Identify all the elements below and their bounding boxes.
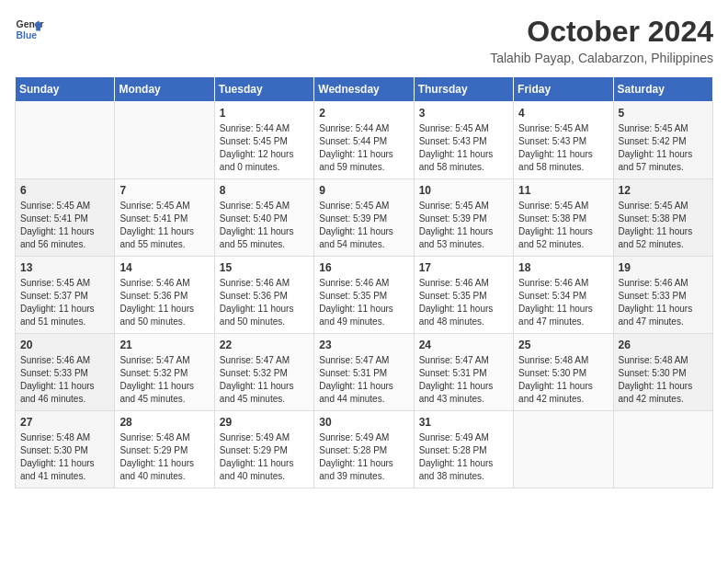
cell-line: Daylight: 11 hours and 54 minutes. (319, 225, 408, 251)
day-number: 28 (119, 416, 209, 429)
cell-line: Sunrise: 5:45 AM (619, 200, 708, 213)
cell-info: Sunrise: 5:47 AMSunset: 5:32 PMDaylight:… (119, 354, 209, 406)
calendar-cell: 3Sunrise: 5:45 AMSunset: 5:43 PMDaylight… (414, 102, 513, 179)
calendar-cell: 15Sunrise: 5:46 AMSunset: 5:36 PMDayligh… (214, 257, 313, 334)
cell-line: Sunrise: 5:46 AM (619, 277, 708, 290)
cell-info: Sunrise: 5:49 AMSunset: 5:29 PMDaylight:… (220, 431, 309, 483)
day-number: 24 (419, 339, 508, 351)
cell-line: Daylight: 11 hours and 55 minutes. (220, 225, 309, 251)
cell-info: Sunrise: 5:46 AMSunset: 5:36 PMDaylight:… (220, 277, 309, 328)
cell-line: Daylight: 11 hours and 49 minutes. (319, 303, 408, 328)
day-number: 25 (518, 339, 608, 351)
calendar-cell: 28Sunrise: 5:48 AMSunset: 5:29 PMDayligh… (115, 411, 214, 488)
calendar-week-row: 27Sunrise: 5:48 AMSunset: 5:30 PMDayligh… (16, 411, 713, 488)
cell-line: Sunset: 5:32 PM (119, 367, 209, 380)
day-number: 29 (220, 416, 309, 429)
cell-line: Sunset: 5:28 PM (419, 444, 508, 457)
cell-info: Sunrise: 5:45 AMSunset: 5:39 PMDaylight:… (419, 200, 508, 251)
cell-line: Sunrise: 5:48 AM (119, 431, 209, 444)
cell-line: Daylight: 11 hours and 59 minutes. (319, 148, 408, 174)
cell-info: Sunrise: 5:45 AMSunset: 5:42 PMDaylight:… (619, 122, 708, 174)
cell-line: Daylight: 11 hours and 42 minutes. (619, 380, 708, 406)
cell-line: Daylight: 11 hours and 47 minutes. (518, 303, 608, 328)
cell-info: Sunrise: 5:44 AMSunset: 5:45 PMDaylight:… (220, 122, 309, 174)
calendar-cell: 23Sunrise: 5:47 AMSunset: 5:31 PMDayligh… (314, 334, 414, 411)
cell-line: Sunrise: 5:47 AM (119, 354, 209, 367)
day-number: 5 (619, 107, 708, 120)
cell-line: Sunset: 5:38 PM (619, 213, 708, 225)
page-header: General Blue October 2024 Talahib Payap,… (15, 15, 713, 65)
day-number: 26 (619, 339, 708, 351)
calendar-week-row: 20Sunrise: 5:46 AMSunset: 5:33 PMDayligh… (16, 334, 713, 411)
cell-line: Sunrise: 5:47 AM (419, 354, 508, 367)
location: Talahib Payap, Calabarzon, Philippines (490, 51, 713, 65)
calendar-cell: 26Sunrise: 5:48 AMSunset: 5:30 PMDayligh… (613, 334, 712, 411)
cell-line: Sunset: 5:32 PM (220, 367, 309, 380)
cell-line: Sunrise: 5:45 AM (619, 122, 708, 135)
cell-line: Sunset: 5:31 PM (319, 367, 408, 380)
day-number: 22 (220, 339, 309, 351)
cell-info: Sunrise: 5:46 AMSunset: 5:34 PMDaylight:… (518, 277, 608, 328)
cell-info: Sunrise: 5:49 AMSunset: 5:28 PMDaylight:… (419, 431, 508, 483)
logo: General Blue (15, 15, 44, 44)
cell-line: Sunrise: 5:46 AM (319, 277, 408, 290)
logo-icon: General Blue (15, 15, 44, 44)
day-number: 17 (419, 261, 508, 274)
calendar-cell: 20Sunrise: 5:46 AMSunset: 5:33 PMDayligh… (16, 334, 115, 411)
cell-line: Sunrise: 5:48 AM (518, 354, 608, 367)
cell-line: Sunrise: 5:44 AM (319, 122, 408, 135)
cell-line: Sunset: 5:44 PM (319, 135, 408, 148)
calendar-cell: 29Sunrise: 5:49 AMSunset: 5:29 PMDayligh… (214, 411, 313, 488)
cell-line: Daylight: 11 hours and 51 minutes. (20, 303, 109, 328)
cell-info: Sunrise: 5:45 AMSunset: 5:41 PMDaylight:… (119, 200, 209, 251)
calendar-cell: 9Sunrise: 5:45 AMSunset: 5:39 PMDaylight… (314, 179, 414, 257)
cell-line: Sunset: 5:36 PM (119, 290, 209, 303)
day-number: 15 (220, 261, 309, 274)
calendar-cell (613, 411, 712, 488)
cell-line: Daylight: 11 hours and 55 minutes. (119, 225, 209, 251)
svg-text:Blue: Blue (17, 30, 38, 40)
cell-line: Sunrise: 5:45 AM (518, 122, 608, 135)
day-number: 14 (119, 261, 209, 274)
cell-line: Sunset: 5:41 PM (119, 213, 209, 225)
day-number: 9 (319, 184, 408, 197)
day-number: 19 (619, 261, 708, 274)
calendar-cell: 22Sunrise: 5:47 AMSunset: 5:32 PMDayligh… (214, 334, 313, 411)
cell-line: Daylight: 11 hours and 45 minutes. (119, 380, 209, 406)
cell-line: Daylight: 11 hours and 50 minutes. (220, 303, 309, 328)
day-number: 27 (20, 416, 109, 429)
cell-info: Sunrise: 5:45 AMSunset: 5:43 PMDaylight:… (419, 122, 508, 174)
cell-line: Sunrise: 5:47 AM (319, 354, 408, 367)
day-number: 3 (419, 107, 508, 120)
cell-info: Sunrise: 5:45 AMSunset: 5:39 PMDaylight:… (319, 200, 408, 251)
cell-info: Sunrise: 5:48 AMSunset: 5:29 PMDaylight:… (119, 431, 209, 483)
cell-line: Sunset: 5:28 PM (319, 444, 408, 457)
cell-info: Sunrise: 5:48 AMSunset: 5:30 PMDaylight:… (619, 354, 708, 406)
cell-line: Sunset: 5:36 PM (220, 290, 309, 303)
cell-info: Sunrise: 5:48 AMSunset: 5:30 PMDaylight:… (518, 354, 608, 406)
cell-line: Sunrise: 5:46 AM (419, 277, 508, 290)
cell-line: Sunset: 5:30 PM (518, 367, 608, 380)
cell-line: Daylight: 11 hours and 38 minutes. (419, 457, 508, 483)
calendar-cell: 7Sunrise: 5:45 AMSunset: 5:41 PMDaylight… (115, 179, 214, 257)
day-number: 10 (419, 184, 508, 197)
cell-line: Sunset: 5:29 PM (119, 444, 209, 457)
calendar-cell: 6Sunrise: 5:45 AMSunset: 5:41 PMDaylight… (16, 179, 115, 257)
cell-line: Daylight: 11 hours and 52 minutes. (518, 225, 608, 251)
cell-info: Sunrise: 5:46 AMSunset: 5:35 PMDaylight:… (419, 277, 508, 328)
weekday-header: Tuesday (214, 77, 313, 102)
cell-line: Daylight: 11 hours and 41 minutes. (20, 457, 109, 483)
cell-line: Sunset: 5:43 PM (419, 135, 508, 148)
cell-line: Daylight: 11 hours and 43 minutes. (419, 380, 508, 406)
cell-line: Daylight: 11 hours and 45 minutes. (220, 380, 309, 406)
cell-info: Sunrise: 5:46 AMSunset: 5:33 PMDaylight:… (20, 354, 109, 406)
day-number: 8 (220, 184, 309, 197)
calendar-cell (16, 102, 115, 179)
calendar-cell: 4Sunrise: 5:45 AMSunset: 5:43 PMDaylight… (514, 102, 613, 179)
cell-line: Sunrise: 5:46 AM (518, 277, 608, 290)
cell-line: Sunset: 5:33 PM (619, 290, 708, 303)
cell-line: Daylight: 11 hours and 57 minutes. (619, 148, 708, 174)
cell-line: Sunset: 5:38 PM (518, 213, 608, 225)
cell-info: Sunrise: 5:46 AMSunset: 5:36 PMDaylight:… (119, 277, 209, 328)
cell-line: Sunrise: 5:49 AM (419, 431, 508, 444)
